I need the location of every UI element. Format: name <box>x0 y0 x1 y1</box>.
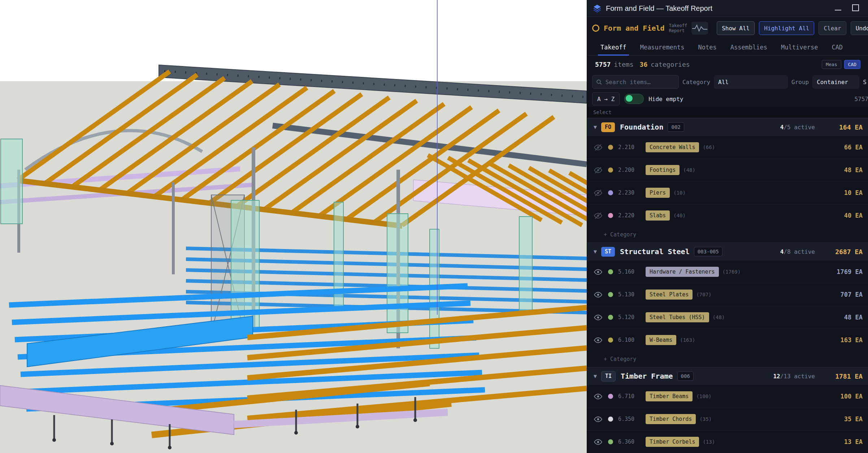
model-viewport[interactable] <box>0 0 587 453</box>
category-select[interactable]: All <box>714 75 788 89</box>
category-color-dot <box>608 315 613 320</box>
eye-icon[interactable] <box>594 267 605 276</box>
eye-off-icon[interactable] <box>594 188 605 197</box>
group-range-badge: 002 <box>668 122 684 132</box>
tab-takeoff[interactable]: Takeoff <box>594 39 633 55</box>
category-chip[interactable]: Concrete Walls <box>646 142 699 152</box>
filter-row: Category All Group Container S <box>587 73 868 91</box>
tab-cad[interactable]: CAD <box>825 39 850 55</box>
category-chip[interactable]: Timber Corbels <box>646 437 699 447</box>
quantity-value: 13 EA <box>819 438 863 445</box>
eye-off-icon[interactable] <box>594 166 605 175</box>
category-color-dot <box>608 394 613 399</box>
minimize-button[interactable] <box>835 5 841 12</box>
category-chip[interactable]: Steel Tubes (HSS) <box>646 312 709 322</box>
category-color-dot <box>608 292 613 297</box>
category-color-dot <box>608 213 613 218</box>
report-label: Takeoff Report <box>669 23 687 33</box>
quantity-value: 35 EA <box>819 415 863 423</box>
table-row[interactable]: 2.230 Piers (10) 10 EA <box>587 181 868 204</box>
window-titlebar[interactable]: Form and Field — Takeoff Report <box>587 0 868 17</box>
eye-icon[interactable] <box>594 336 605 345</box>
category-chip[interactable]: Slabs <box>646 210 670 221</box>
table-row[interactable]: 5.160 Hardware / Fasteners (1769) 1769 E… <box>587 260 868 283</box>
item-count: (48) <box>713 314 725 320</box>
cad-button[interactable]: CAD <box>844 60 860 69</box>
group-filter-label: Group <box>791 79 809 86</box>
toggle-knob <box>626 95 633 102</box>
items-count: 5757 <box>595 61 611 68</box>
item-count: (10) <box>673 190 686 196</box>
table-row[interactable]: 6.350 Timber Chords (35) 35 EA <box>587 408 868 430</box>
table-row[interactable]: 6.360 Timber Corbels (13) 13 EA <box>587 430 868 453</box>
clear-button[interactable]: Clear <box>819 21 846 35</box>
category-chip[interactable]: Steel Plates <box>646 289 693 300</box>
takeoff-panel: Form and Field — Takeoff Report Form and… <box>587 0 868 453</box>
category-chip[interactable]: Timber Beams <box>646 391 693 401</box>
eye-icon[interactable] <box>594 392 605 401</box>
items-label: items <box>614 61 633 68</box>
sort-order-button[interactable]: A → Z <box>592 92 620 105</box>
group-range-badge: 006 <box>677 371 694 381</box>
chevron-down-icon[interactable]: ▼ <box>594 248 597 255</box>
category-chip[interactable]: Timber Chords <box>646 414 696 424</box>
table-row[interactable]: 5.120 Steel Tubes (HSS) (48) 48 EA <box>587 306 868 328</box>
item-count: (13) <box>703 439 715 445</box>
meas-button[interactable]: Meas <box>822 60 841 69</box>
table-row[interactable]: 5.130 Steel Plates (707) 707 EA <box>587 283 868 306</box>
item-code: 5.160 <box>618 269 646 275</box>
table-row[interactable]: 2.210 Concrete Walls (66) 66 EA <box>587 136 868 158</box>
category-chip[interactable]: W-Beams <box>646 335 676 345</box>
item-code: 2.210 <box>618 144 646 151</box>
hide-empty-label: Hide empty <box>648 96 683 103</box>
table-row[interactable]: 6.710 Timber Beams (100) 100 EA <box>587 385 868 408</box>
tab-measurements[interactable]: Measurements <box>633 39 691 55</box>
table-row[interactable]: 2.220 Slabs (40) 40 EA <box>587 204 868 227</box>
undo-button[interactable]: Undo <box>851 21 868 35</box>
add-category-button[interactable]: + Category <box>587 351 868 367</box>
category-color-dot <box>608 417 613 422</box>
tab-notes[interactable]: Notes <box>691 39 723 55</box>
eye-icon[interactable] <box>594 415 605 424</box>
clipped-edge-text: S <box>863 79 867 86</box>
show-all-button[interactable]: Show All <box>717 21 755 35</box>
eye-icon[interactable] <box>594 290 605 299</box>
group-header-structural-steel[interactable]: ▼ ST Structural Steel 003-005 4/8 active… <box>587 243 868 260</box>
eye-off-icon[interactable] <box>594 143 605 152</box>
group-select[interactable]: Container <box>812 75 859 89</box>
category-color-dot <box>608 269 613 274</box>
maximize-button[interactable] <box>852 4 859 13</box>
search-input[interactable] <box>605 78 675 86</box>
table-row[interactable]: 6.100 W-Beams (163) 163 EA <box>587 328 868 351</box>
search-icon <box>596 79 602 85</box>
item-code: 2.220 <box>618 212 646 219</box>
item-count: (163) <box>680 337 695 343</box>
quantity-value: 66 EA <box>819 144 863 151</box>
group-header-timber-frame[interactable]: ▼ TI Timber Frame 006 12/13 active 1781 … <box>587 367 868 385</box>
search-box[interactable] <box>592 75 679 89</box>
eye-off-icon[interactable] <box>594 211 605 220</box>
hide-empty-toggle[interactable] <box>624 94 644 104</box>
window-title: Form and Field — Takeoff Report <box>606 4 712 13</box>
chevron-down-icon[interactable]: ▼ <box>594 124 597 130</box>
tab-bar: Takeoff Measurements Notes Assemblies Mu… <box>587 39 868 56</box>
tab-multiverse[interactable]: Multiverse <box>774 39 825 55</box>
select-column-header[interactable]: Select <box>587 107 868 118</box>
app-header: Form and Field Takeoff Report Show All H… <box>587 17 868 39</box>
eye-icon[interactable] <box>594 437 605 447</box>
quantity-value: 10 EA <box>819 189 863 196</box>
group-header-foundation[interactable]: ▼ FO Foundation 002 4/5 active 164 EA <box>587 118 868 136</box>
group-active-count: 4/5 active <box>780 124 815 131</box>
chevron-down-icon[interactable]: ▼ <box>594 373 597 379</box>
item-code: 6.350 <box>618 416 646 422</box>
category-chip[interactable]: Footings <box>646 165 680 175</box>
eye-icon[interactable] <box>594 313 605 322</box>
app-logo-icon <box>593 4 602 13</box>
tab-assemblies[interactable]: Assemblies <box>724 39 774 55</box>
highlight-all-button[interactable]: Highlight All <box>759 21 814 35</box>
table-row[interactable]: 2.200 Footings (48) 48 EA <box>587 158 868 181</box>
sparkline-widget[interactable] <box>691 22 708 35</box>
category-chip[interactable]: Piers <box>646 188 670 198</box>
add-category-button[interactable]: + Category <box>587 227 868 243</box>
category-chip[interactable]: Hardware / Fasteners <box>646 267 719 277</box>
